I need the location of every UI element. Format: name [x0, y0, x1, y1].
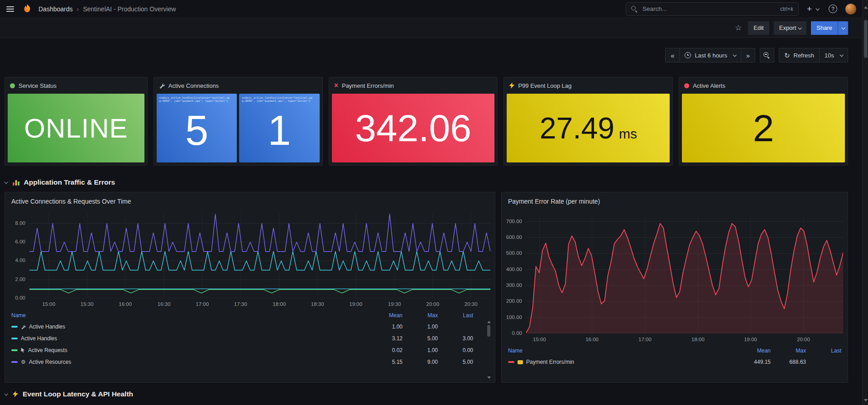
y-axis-tick-label: 0.00: [15, 295, 25, 300]
legend-column-max[interactable]: Max: [403, 312, 438, 319]
section-title: Application Traffic & Errors: [24, 178, 115, 186]
time-shift-forward-button[interactable]: »: [741, 48, 755, 62]
scroll-down-icon[interactable]: [864, 399, 868, 401]
search-shortcut-hint: ctrl+k: [780, 6, 793, 12]
legend-header: NameMeanMaxLast: [508, 347, 841, 356]
panel-title: P99 Event Loop Lag: [518, 82, 571, 89]
legend-row[interactable]: Payment Errors/min449.15688.63: [508, 356, 841, 368]
menu-toggle-button[interactable]: [5, 3, 16, 15]
time-range-group: « Last 6 hours »: [665, 48, 755, 62]
top-nav: Dashboards › SentinelAI - Production Ove…: [0, 0, 868, 18]
series-last: 0.00: [438, 347, 473, 353]
panel-header[interactable]: × Payment Errors/min: [329, 77, 498, 94]
panel-header[interactable]: Service Status: [5, 77, 147, 94]
section-title: Event Loop Latency & API Health: [23, 390, 133, 398]
star-button[interactable]: ☆: [733, 21, 743, 34]
export-button[interactable]: Export: [774, 21, 807, 35]
legend-row[interactable]: Active Handles1.001.00: [11, 321, 473, 333]
breadcrumb-dashboards[interactable]: Dashboards: [38, 5, 73, 13]
x-axis-tick-label: 17:30: [234, 301, 247, 307]
share-button[interactable]: Share: [811, 21, 838, 35]
chevron-down-icon: [815, 7, 819, 10]
series-color-swatch: [11, 338, 18, 339]
scrollbar-thumb[interactable]: [864, 20, 868, 58]
scroll-down-icon[interactable]: [487, 376, 491, 379]
user-avatar[interactable]: [845, 4, 856, 14]
legend-column-mean[interactable]: Mean: [367, 312, 403, 319]
panel-title[interactable]: Payment Error Rate (per minute): [502, 192, 848, 206]
lag-value-group: 27.49 ms: [540, 111, 637, 145]
x-axis-tick-label: 16:00: [119, 301, 132, 307]
stat-body: ONLINE: [8, 94, 144, 162]
row-event-loop-latency[interactable]: Event Loop Latency & API Health: [5, 388, 848, 400]
status-dot-icon: [10, 83, 15, 88]
refresh-button[interactable]: ↻ Refresh: [779, 48, 820, 62]
share-menu-button[interactable]: [838, 21, 848, 35]
breadcrumb-current: SentinelAI - Production Overview: [83, 5, 176, 13]
socket-connections-value: 5: [185, 102, 208, 154]
x-axis-tick-label: 15:00: [533, 337, 546, 342]
legend-scrollbar[interactable]: [487, 321, 491, 379]
plot-area[interactable]: [526, 217, 843, 334]
y-axis-tick-label: 100.00: [506, 314, 522, 320]
zoom-out-button[interactable]: [760, 48, 774, 62]
add-new-button[interactable]: +: [805, 3, 820, 15]
y-axis-tick-label: 4.00: [15, 257, 25, 263]
series-name: Active Requests: [28, 347, 67, 353]
scroll-up-icon[interactable]: [864, 6, 868, 9]
time-shift-back-button[interactable]: «: [665, 48, 680, 62]
panel-header[interactable]: Active Connections: [154, 77, 322, 94]
service-status-value: ONLINE: [24, 113, 128, 144]
x-axis-tick-label: 17:00: [638, 337, 652, 342]
legend-row[interactable]: Active Handles3.125.003.00: [11, 333, 473, 344]
panel-traffic-timeseries: Active Connections & Requests Over Time …: [5, 192, 495, 383]
toolbar-actions: ☆ Edit Export Share: [733, 21, 848, 35]
panel-active-alerts: Active Alerts 2: [679, 77, 848, 166]
series-mean: 3.12: [367, 335, 403, 342]
panel-title[interactable]: Active Connections & Requests Over Time: [5, 192, 495, 206]
legend-column-mean[interactable]: Mean: [735, 348, 771, 354]
legend-column-last[interactable]: Last: [438, 312, 473, 319]
grafana-logo[interactable]: [21, 3, 33, 15]
series-max: 688.63: [771, 359, 806, 365]
time-range-picker[interactable]: Last 6 hours: [679, 48, 741, 62]
panel-header[interactable]: Active Alerts: [679, 77, 848, 94]
nav-right-group: ctrl+k + ?: [626, 2, 856, 16]
help-button[interactable]: ?: [827, 3, 839, 15]
scrollbar-thumb[interactable]: [487, 325, 490, 337]
legend-column-max[interactable]: Max: [771, 348, 806, 354]
bar-chart-icon: [13, 180, 19, 186]
edit-button[interactable]: Edit: [748, 21, 769, 35]
stat-body: 2: [682, 94, 845, 162]
y-axis-tick-label: 700.00: [506, 219, 522, 224]
x-axis-tick-label: 20:00: [797, 337, 810, 342]
gear-icon: ⚙: [21, 359, 26, 365]
y-axis-tick-label: 8.00: [15, 220, 25, 226]
plot-area[interactable]: [29, 212, 490, 298]
y-axis-tick-label: 0.00: [512, 330, 522, 336]
legend-column-last[interactable]: Last: [806, 348, 841, 354]
row-application-traffic[interactable]: Application Traffic & Errors: [5, 176, 848, 188]
refresh-interval-picker[interactable]: 10s: [819, 48, 848, 62]
series-name: Active Handles: [21, 335, 57, 342]
series-max: 5.00: [403, 335, 438, 342]
search-input[interactable]: [642, 5, 776, 13]
panel-header[interactable]: P99 Event Loop Lag: [504, 77, 672, 94]
refresh-interval-label: 10s: [825, 52, 834, 59]
search-box[interactable]: ctrl+k: [626, 2, 799, 16]
x-axis: 15:0016:0017:0018:0019:0020:00: [526, 336, 843, 345]
window-scrollbar[interactable]: [862, 0, 868, 405]
grafana-flame-icon: [21, 3, 33, 15]
y-axis-tick-label: 200.00: [506, 298, 522, 304]
legend-column-name[interactable]: Name: [508, 348, 735, 354]
legend-row[interactable]: ⚙Active Resources5.159.005.00: [11, 356, 473, 368]
payment-errors-value: 342.06: [355, 106, 471, 150]
refresh-group: ↻ Refresh 10s: [779, 48, 848, 62]
legend-column-name[interactable]: Name: [11, 312, 367, 319]
legend-series: Active Handles: [11, 335, 367, 342]
stat-cell-server: nodejs_active_handles{instance="sentinel…: [239, 94, 319, 162]
collapse-chevron-icon: [4, 392, 8, 395]
scroll-up-icon[interactable]: [487, 321, 491, 323]
bolt-icon: [13, 391, 18, 397]
legend-row[interactable]: Active Requests0.021.000.00: [11, 344, 473, 356]
